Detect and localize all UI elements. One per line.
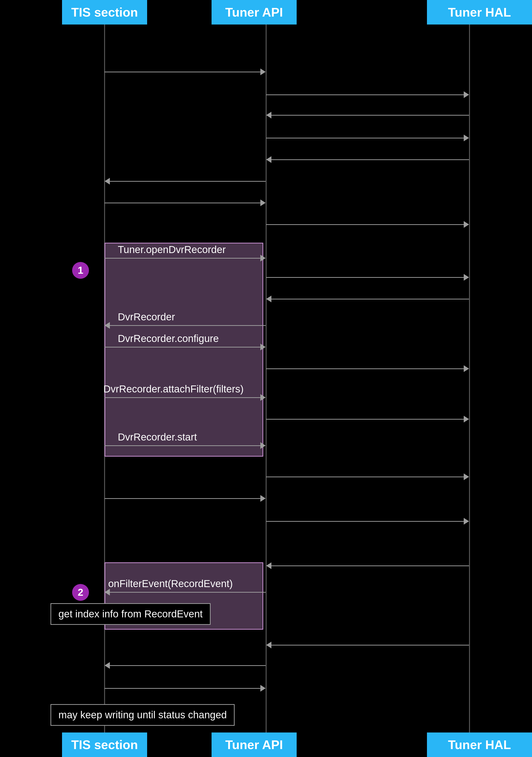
diagram-container: TIS section Tuner API Tuner HAL TIS sect… (0, 0, 532, 757)
arrow-19 (105, 495, 266, 502)
arrow-20 (266, 518, 469, 525)
header-tuner-hal: Tuner HAL (427, 0, 532, 24)
arrow-24 (105, 662, 266, 669)
arrow-7 (105, 199, 266, 206)
arrow-filter-event (105, 589, 266, 595)
label-dvr-attach-filter: DvrRecorder.attachFilter(filters) (103, 383, 243, 395)
arrow-4 (266, 135, 469, 141)
label-open-dvr-recorder: Tuner.openDvrRecorder (118, 244, 226, 256)
arrow-3 (266, 112, 469, 118)
arrow-18 (266, 473, 469, 480)
step-badge-2: 2 (72, 584, 89, 601)
lifeline-tuner-api (266, 24, 266, 733)
footer-tuner-hal: Tuner HAL (427, 733, 532, 757)
label-dvr-recorder: DvrRecorder (118, 311, 175, 323)
arrow-open-dvr-recorder (105, 255, 266, 261)
header-tuner-api: Tuner API (211, 0, 297, 24)
arrow-dvr-configure (105, 344, 266, 350)
label-dvr-start: DvrRecorder.start (118, 431, 197, 443)
arrow-dvr-start (105, 442, 266, 449)
arrow-2 (266, 91, 469, 98)
arrow-23 (266, 642, 469, 649)
lifeline-tuner-hal (469, 24, 470, 733)
footer-tis: TIS section (62, 733, 147, 757)
arrow-dvr-recorder (105, 322, 266, 329)
label-filter-event: onFilterEvent(RecordEvent) (108, 578, 233, 590)
arrow-10 (266, 274, 469, 281)
arrow-25 (105, 685, 266, 692)
arrow-14 (266, 365, 469, 372)
arrow-1 (105, 69, 266, 75)
note-get-index-info: get index info from RecordEvent (50, 603, 210, 625)
note-keep-writing: may keep writing until status changed (50, 704, 235, 726)
label-dvr-configure: DvrRecorder.configure (118, 333, 219, 344)
arrow-8 (266, 221, 469, 228)
arrow-5 (266, 156, 469, 163)
header-tis: TIS section (62, 0, 147, 24)
arrow-6 (105, 178, 266, 185)
step-badge-1: 1 (72, 262, 89, 279)
arrow-21 (266, 562, 469, 569)
arrow-11 (266, 296, 469, 302)
arrow-16 (266, 416, 469, 422)
arrow-dvr-attach-filter (105, 394, 266, 401)
footer-tuner-api: Tuner API (211, 733, 297, 757)
